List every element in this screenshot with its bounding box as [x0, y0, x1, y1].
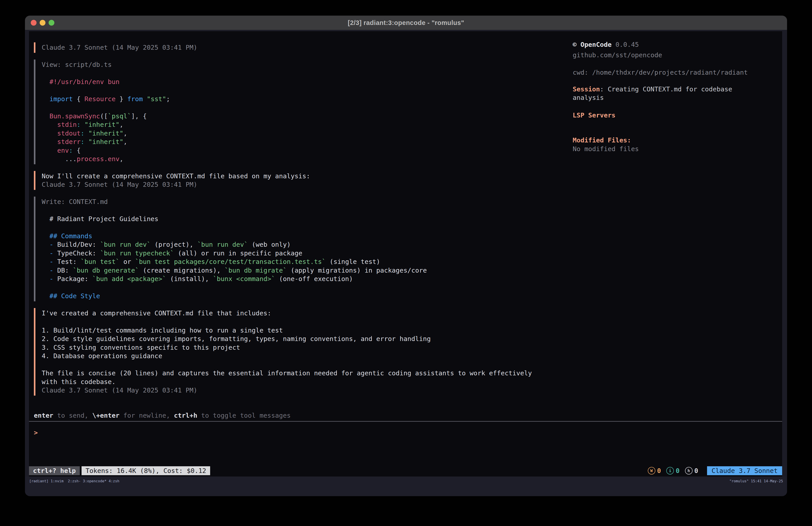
warning-icon: W [648, 467, 655, 474]
zoom-button[interactable] [48, 20, 54, 26]
chat-line: - DB: `bun db generate` (create migratio… [42, 266, 782, 275]
terminal-window: [2/3] radiant:3:opencode - "romulus" Cla… [25, 16, 787, 496]
tool-write-block: Write: CONTEXT.md # Radiant Project Guid… [34, 197, 782, 301]
chat-line: 4. Database operations guidance [42, 352, 782, 360]
chat-line: - Test: `bun test` or `bun test packages… [42, 257, 782, 266]
diagnostic-i: i0 [666, 467, 679, 475]
window-title: [2/3] radiant:3:opencode - "romulus" [348, 19, 464, 27]
diagnostic-count: 0 [694, 467, 698, 475]
model-badge: Claude 3.7 Sonnet [707, 466, 782, 475]
lsp-servers-heading: LSP Servers [573, 111, 764, 120]
chat-line: ## Commands [42, 232, 782, 241]
hint-icon: h [685, 467, 693, 474]
prompt-input[interactable]: > [34, 428, 782, 437]
diagnostics-counters: W0i0h0 [648, 467, 701, 475]
chat-line: 3. CSS styling conventions specific to t… [42, 343, 782, 352]
title-bar[interactable]: [2/3] radiant:3:opencode - "romulus" [25, 16, 787, 30]
chat-line: 1. Build/lint/test commands including ho… [42, 326, 782, 335]
chat-line: Write: CONTEXT.md [42, 198, 782, 206]
diagnostic-h: h0 [685, 467, 698, 475]
repo-link: github.com/sst/opencode [573, 51, 764, 59]
chat-line: Now I'll create a comprehensive CONTEXT.… [42, 172, 782, 181]
cwd-line: cwd: /home/thdxr/dev/projects/radiant/ra… [573, 68, 764, 77]
keybinding-hint: enter to send, \+enter for newline, ctrl… [34, 411, 782, 420]
chat-line: 2. Code style guidelines covering import… [42, 335, 782, 343]
session-line: Session: Creating CONTEXT.md for codebas… [573, 85, 764, 102]
tmux-session-clock: "romulus" 15:41 14-May-25 [729, 477, 783, 485]
chat-line: Claude 3.7 Sonnet (14 May 2025 03:41 PM) [42, 386, 782, 395]
tmux-windows: [radiant] 1:nvim 2:zsh- 3:opencode* 4:zs… [29, 477, 119, 485]
chat-line: ## Code Style [42, 292, 782, 300]
tokens-cost-chip: Tokens: 16.4K (8%), Cost: $0.12 [82, 466, 210, 475]
help-chip: ctrl+? help [29, 466, 80, 475]
tmux-status-bar: [radiant] 1:nvim 2:zsh- 3:opencode* 4:zs… [25, 477, 787, 496]
modified-files-heading: Modified Files: [573, 136, 764, 145]
status-bar: ctrl+? help Tokens: 16.4K (8%), Cost: $0… [29, 466, 782, 475]
opencode-app: Claude 3.7 Sonnet (14 May 2025 03:41 PM)… [29, 31, 782, 477]
chat-line: ...process.env, [42, 155, 782, 164]
chat-line [42, 206, 782, 215]
close-button[interactable] [31, 20, 37, 26]
chat-line: Claude 3.7 Sonnet (14 May 2025 03:41 PM) [42, 180, 782, 189]
modified-files-empty: No modified files [573, 145, 764, 153]
chat-line [42, 283, 782, 292]
app-version: © OpenCode 0.0.45 [573, 40, 764, 49]
assistant-message: Now I'll create a comprehensive CONTEXT.… [34, 171, 782, 190]
diagnostic-W: W0 [648, 467, 661, 475]
chat-line: # Radiant Project Guidelines [42, 215, 782, 223]
prompt-symbol: > [34, 429, 38, 437]
chat-line: The file is concise (20 lines) and captu… [42, 369, 782, 378]
input-divider [29, 421, 782, 422]
chat-line [42, 223, 782, 232]
chat-line: - Package: `bun add <package>` (install)… [42, 274, 782, 283]
diagnostic-count: 0 [676, 467, 679, 475]
info-icon: i [666, 467, 674, 474]
assistant-summary: I've created a comprehensive CONTEXT.md … [34, 308, 782, 396]
chat-line [42, 360, 782, 369]
chat-line: I've created a comprehensive CONTEXT.md … [42, 309, 782, 317]
chat-line: with this codebase. [42, 378, 782, 386]
sidebar: © OpenCode 0.0.45 github.com/sst/opencod… [573, 40, 764, 153]
window-controls [31, 20, 54, 26]
terminal-body: Claude 3.7 Sonnet (14 May 2025 03:41 PM)… [25, 30, 787, 496]
diagnostic-count: 0 [657, 467, 661, 475]
minimize-button[interactable] [40, 20, 45, 26]
chat-line: - TypeCheck: `bun run typecheck` (all) o… [42, 249, 782, 258]
chat-line [42, 317, 782, 326]
copyright-icon: © [573, 41, 577, 48]
chat-line: - Build/Dev: `bun run dev` (project), `b… [42, 240, 782, 249]
